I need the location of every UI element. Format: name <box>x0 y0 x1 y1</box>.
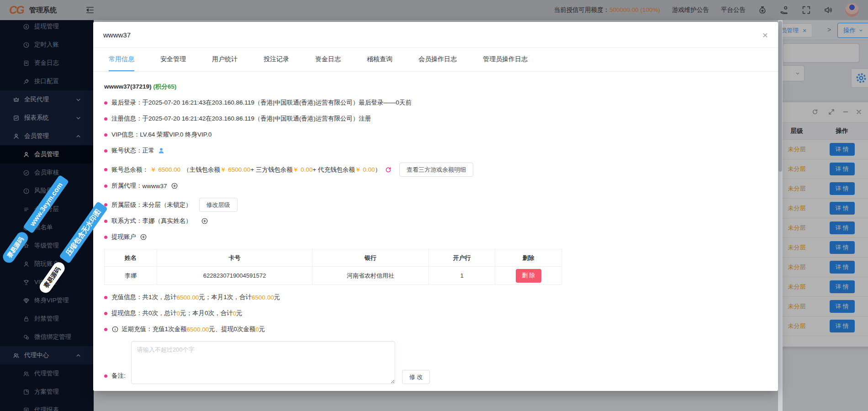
tab-fund-logs[interactable]: 资金日志 <box>315 48 341 71</box>
modal-close-icon[interactable]: × <box>762 30 768 40</box>
circle-plus-icon[interactable] <box>201 217 208 225</box>
scrollbar-thumb[interactable] <box>778 21 782 172</box>
modal-tabs: 常用信息 安全管理 用户统计 投注记录 资金日志 稽核查询 会员操作日志 管理员… <box>93 48 778 72</box>
bullet-dot <box>104 220 107 223</box>
info-vip: VIP信息： LV.64 荣耀VIP.0 终身VIP.0 <box>104 131 764 139</box>
refresh-balance-icon[interactable] <box>385 166 392 174</box>
remark-label: 备注: <box>111 372 126 380</box>
remark-textarea[interactable] <box>131 341 395 384</box>
tab-admin-op-logs[interactable]: 管理员操作日志 <box>483 48 528 71</box>
bank-holder-name: 李娜 <box>105 267 157 285</box>
tab-member-op-logs[interactable]: 会员操作日志 <box>418 48 457 71</box>
member-points: (积分65) <box>153 83 176 90</box>
scrollbar-track[interactable] <box>778 20 783 411</box>
tab-security-mgmt[interactable]: 安全管理 <box>160 48 186 71</box>
bank-name: 河南省农村信用社 <box>312 267 429 285</box>
bullet-dot <box>104 133 107 137</box>
remark-section: 备注: 修 改 <box>104 341 764 384</box>
bank-branch: 1 <box>429 267 495 285</box>
delete-bank-card-button[interactable]: 删 除 <box>516 269 541 283</box>
info-balance: 账号总余额： ￥ 6500.00 （主钱包余额 ￥ 6500.00 + 三方钱包… <box>104 163 764 177</box>
view-third-party-balance-button[interactable]: 查看三方游戏余额明细 <box>399 163 473 177</box>
tab-audit-query[interactable]: 稽核查询 <box>367 48 392 71</box>
modal-title: wwww37 <box>103 31 131 39</box>
person-status-icon[interactable] <box>158 147 165 154</box>
bullet-dot <box>104 184 107 188</box>
circle-plus-icon[interactable] <box>171 182 178 190</box>
total-balance: ￥ 6500.00 <box>150 166 180 174</box>
info-recent-recharge: 近期充值：充值1次金额 6500.00 元、提现0次金额 0 元 <box>104 325 764 333</box>
info-agent: 所属代理： wwww37 <box>104 182 764 190</box>
modal-body: wwww37(37219) (积分65) 最后登录： 于2025-07-20 1… <box>93 72 778 384</box>
info-last-login: 最后登录： 于2025-07-20 16:21:43在203.160.86.11… <box>104 99 764 107</box>
bank-table-row: 李娜 6228230719004591572 河南省农村信用社 1 删 除 <box>105 267 562 285</box>
bullet-dot <box>104 168 107 171</box>
info-register: 注册信息： 于2025-07-20 16:21:42在203.160.86.11… <box>104 115 764 123</box>
member-name: wwww37(37219) <box>104 83 152 90</box>
bank-card-number: 6228230719004591572 <box>157 267 312 285</box>
bullet-dot <box>104 296 107 299</box>
bullet-dot <box>104 236 107 239</box>
info-contact: 联系方式： 李娜（真实姓名） <box>104 217 764 225</box>
bullet-dot <box>104 312 107 315</box>
bullet-dot <box>104 328 107 331</box>
bank-table-header: 姓名 卡号 银行 开户行 删除 <box>105 249 562 267</box>
tab-bet-records[interactable]: 投注记录 <box>264 48 289 71</box>
modify-remark-button[interactable]: 修 改 <box>402 370 430 384</box>
info-withdraw: 提现信息：共0次，总计 0 元；本月0次，合计 0 元 <box>104 309 764 317</box>
info-status: 账号状态： 正常 <box>104 147 764 155</box>
screen: CG 管理系统 当前授信可用额度：500000.00 (100%) 游戏维护公告… <box>0 0 868 411</box>
tab-common-info[interactable]: 常用信息 <box>109 48 134 71</box>
tab-user-stats[interactable]: 用户统计 <box>212 48 238 71</box>
info-recharge: 充值信息：共1次，总计 6500.00 元；本月1次，合计 6500.00 元 <box>104 293 764 301</box>
info-layer: 所属层级： 未分层（未锁定） 修改层级 <box>104 198 764 212</box>
bullet-dot <box>104 101 107 105</box>
info-circle-icon <box>111 326 119 333</box>
modal-header: wwww37 × <box>93 22 778 48</box>
bank-card-table: 姓名 卡号 银行 开户行 删除 李娜 6228230719004591572 河… <box>104 249 562 285</box>
circle-plus-icon[interactable] <box>140 233 147 241</box>
bullet-dot <box>104 374 107 378</box>
modify-layer-button[interactable]: 修改层级 <box>199 198 238 212</box>
member-header: wwww37(37219) (积分65) <box>104 83 764 91</box>
bullet-dot <box>104 117 107 121</box>
info-withdraw-account: 提现账户 <box>104 233 764 241</box>
member-detail-modal: wwww37 × 常用信息 安全管理 用户统计 投注记录 资金日志 稽核查询 会… <box>93 22 778 391</box>
bullet-dot <box>104 149 107 153</box>
bullet-dot <box>104 203 107 206</box>
